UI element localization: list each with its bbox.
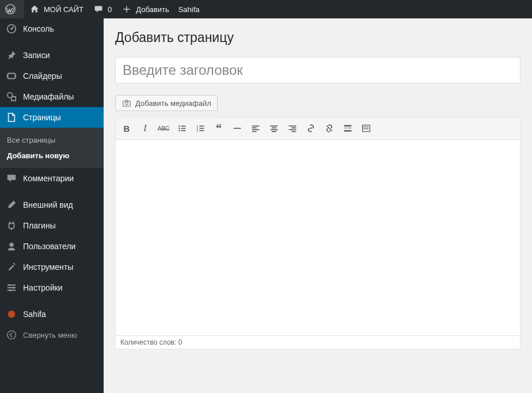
sidebar-item-sliders[interactable]: Слайдеры [0,66,104,86]
wordpress-icon [5,3,16,15]
svg-rect-45 [365,127,366,128]
slides-icon [6,70,17,82]
sidebar-item-comments[interactable]: Комментарии [0,168,104,189]
svg-rect-30 [252,129,260,131]
svg-rect-24 [199,128,204,129]
svg-rect-28 [252,125,260,127]
svg-rect-42 [344,130,352,131]
sidebar-item-label: Плагины [23,221,56,230]
svg-rect-48 [365,128,366,129]
editor: B I ABC 123 “ Количество слов: 0 [115,117,520,349]
svg-rect-31 [252,131,257,132]
svg-rect-36 [289,125,297,127]
sidebar-item-label: Комментарии [23,174,74,183]
site-link[interactable]: МОЙ САЙТ [24,0,88,18]
editor-toolbar: B I ABC 123 “ [116,117,520,140]
word-count: Количество слов: 0 [120,338,182,346]
svg-point-9 [13,287,15,289]
svg-rect-43 [363,125,370,131]
submenu-item-all-pages[interactable]: Все страницы [0,132,104,148]
svg-rect-47 [363,128,364,129]
toolbar-italic[interactable]: I [136,120,154,137]
svg-text:2: 2 [197,127,199,130]
toolbar-link[interactable] [302,120,320,137]
tools-icon [6,261,17,273]
dashboard-icon [6,23,17,35]
svg-rect-38 [289,129,297,131]
svg-rect-29 [252,127,257,128]
svg-rect-32 [271,125,278,127]
sidebar-collapse[interactable]: Свернуть меню [0,325,104,345]
users-icon [6,241,17,252]
svg-point-15 [178,125,180,127]
toolbar-ul[interactable] [173,120,191,137]
toolbar-unlink[interactable] [321,120,338,137]
sidebar-item-appearance[interactable]: Внешний вид [0,194,104,215]
theme-label: Sahifa [178,5,200,14]
svg-rect-33 [272,127,276,128]
svg-point-1 [7,25,16,33]
svg-rect-37 [291,127,296,128]
toolbar-ol[interactable]: 123 [192,120,209,137]
toolbar-hr[interactable] [229,120,246,137]
sidebar-item-label: Настройки [23,283,63,292]
svg-point-8 [9,284,11,287]
toolbar-align-center[interactable] [265,120,283,137]
plus-icon [121,3,132,15]
sidebar-item-media[interactable]: Медиафайлы [0,86,104,107]
toolbar-bold[interactable]: B [118,120,135,137]
toolbar-readmore[interactable] [339,120,356,137]
svg-rect-41 [344,128,352,128]
brush-icon [6,199,17,211]
sidebar-item-users[interactable]: Пользователи [0,236,104,257]
svg-rect-44 [363,127,364,128]
add-new-link[interactable]: Добавить [116,0,173,18]
sidebar-item-label: Записи [23,51,50,60]
theme-link[interactable]: Sahifa [174,0,204,18]
svg-rect-46 [367,127,368,128]
sidebar-item-dashboard[interactable]: Консоль [0,18,104,39]
svg-point-19 [178,130,180,131]
svg-rect-4 [7,74,8,77]
svg-rect-49 [367,128,368,129]
toolbar-toggle[interactable] [358,120,375,137]
svg-point-2 [10,28,13,30]
comments-count: 0 [108,5,112,14]
svg-rect-16 [181,125,185,127]
svg-rect-13 [123,101,131,106]
svg-rect-27 [234,128,241,129]
editor-statusbar: Количество слов: 0 [116,335,520,349]
sidebar-item-label: Инструменты [23,262,73,272]
home-icon [29,3,40,15]
post-title-input[interactable] [115,57,520,83]
svg-point-7 [9,243,13,247]
toolbar-align-right[interactable] [284,120,301,137]
site-name: МОЙ САЙТ [44,5,83,14]
submenu-item-add-page[interactable]: Добавить новую [0,148,104,163]
svg-rect-40 [344,125,352,126]
sidebar-item-sahifa[interactable]: Sahifa [0,304,104,325]
toolbar-strike[interactable]: ABC [155,120,172,137]
sidebar-item-pages[interactable]: Страницы [0,107,104,128]
sidebar-submenu-pages: Все страницы Добавить новую [0,128,104,168]
svg-rect-22 [199,125,204,127]
sidebar-item-label: Внешний вид [23,200,73,209]
sidebar-item-tools[interactable]: Инструменты [0,257,104,277]
svg-point-0 [6,5,15,14]
sidebar-item-label: Слайдеры [23,71,62,81]
sidebar-item-posts[interactable]: Записи [0,45,104,66]
comments-link[interactable]: 0 [88,0,116,18]
collapse-label: Свернуть меню [23,331,77,339]
add-media-button[interactable]: Добавить медиафайл [115,95,218,111]
sidebar-item-settings[interactable]: Настройки [0,277,104,298]
editor-content[interactable] [116,140,520,335]
wp-logo[interactable] [0,0,24,18]
collapse-icon [6,329,17,341]
toolbar-align-left[interactable] [247,120,264,137]
sidebar-item-label: Консоль [23,24,54,33]
sidebar-item-plugins[interactable]: Плагины [0,215,104,236]
svg-text:1: 1 [197,125,199,128]
svg-rect-35 [272,131,276,132]
plug-icon [6,220,17,231]
toolbar-quote[interactable]: “ [210,120,227,137]
